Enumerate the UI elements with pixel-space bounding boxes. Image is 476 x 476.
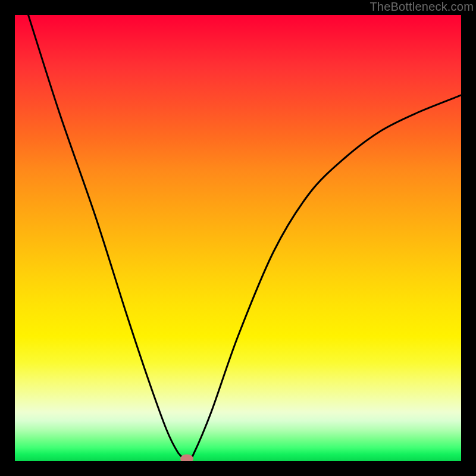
plot-area (15, 15, 461, 461)
chart-frame: TheBottleneck.com (0, 0, 476, 476)
optimum-marker (180, 455, 193, 461)
watermark-label: TheBottleneck.com (369, 0, 474, 14)
bottleneck-curve (15, 15, 461, 461)
